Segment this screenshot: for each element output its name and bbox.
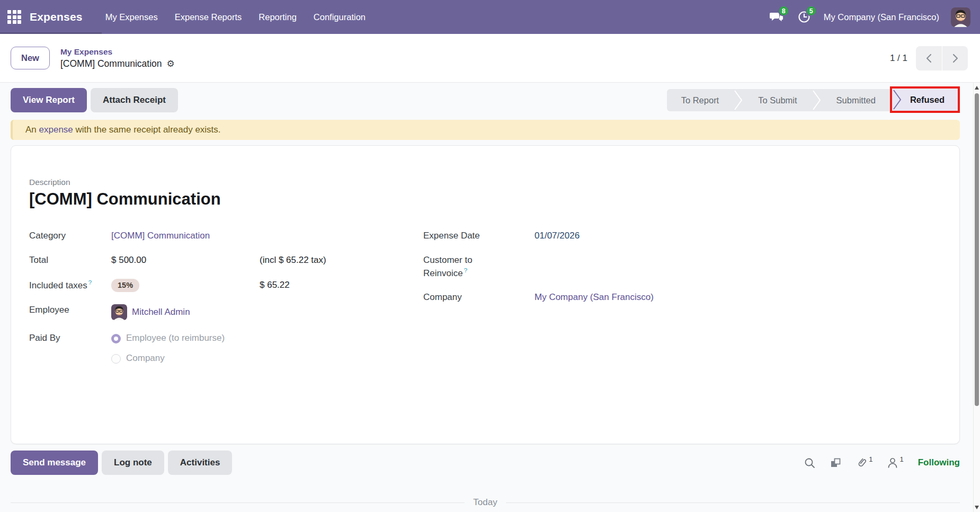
employee-label: Employee [29,303,111,320]
activities-button-chatter[interactable]: Activities [168,451,233,475]
activities-badge: 5 [806,5,817,16]
follower-person-icon [887,457,898,469]
expense-date-value[interactable]: 01/07/2026 [534,229,941,242]
warning-text: An [25,125,39,135]
customer-to-reinvoice-value[interactable] [534,253,941,280]
breadcrumb: My Expenses [COMM] Communication ⚙ [60,47,175,69]
stage-separator [733,89,744,111]
paid-by-option-employee-label: Employee (to reimburse) [126,332,225,345]
customer-help-icon[interactable]: ? [464,267,467,273]
stage-separator [812,89,822,111]
gear-icon[interactable]: ⚙ [167,59,175,68]
tax-amount: $ 65.22 [260,279,395,292]
company-label: Company [423,290,534,304]
chevron-right-icon [951,54,959,63]
paid-by-radio-group: Employee (to reimburse) Company [111,331,395,365]
included-taxes-label-text: Included taxes [29,280,87,290]
total-value[interactable]: $ 500.00 [111,254,260,267]
category-value-link[interactable]: [COMM] Communication [111,231,210,241]
followers-button[interactable]: 1 [887,457,903,469]
statusbar: To Report To Submit Submitted Refused [667,88,960,112]
warning-text: with the same receipt already exists. [73,125,221,135]
today-divider: Today [11,497,960,508]
log-note-button[interactable]: Log note [102,451,164,475]
customer-to-reinvoice-label-text: Customer to Reinvoice [423,255,473,278]
customer-to-reinvoice-label: Customer to Reinvoice? [423,253,492,280]
company-value-link[interactable]: My Company (San Francisco) [534,292,654,302]
pager-previous-button[interactable] [916,46,942,70]
view-report-button[interactable]: View Report [11,88,87,112]
expense-date-label: Expense Date [423,229,534,242]
stage-submitted[interactable]: Submitted [822,89,890,111]
menu-configuration[interactable]: Configuration [307,7,372,27]
scrollbar-thumb[interactable] [975,93,979,406]
vertical-scrollbar[interactable] [973,83,980,512]
following-toggle[interactable]: Following [918,457,960,468]
total-incl-tax: (incl $ 65.22 tax) [260,254,395,267]
chatter-toolbar: Send message Log note Activities 1 [11,451,960,475]
description-label: Description [29,178,941,187]
overlapping-squares-icon [830,457,842,469]
paid-by-option-company[interactable]: Company [111,352,395,365]
attachments-button[interactable]: 1 [856,457,872,469]
menu-expense-reports[interactable]: Expense Reports [168,7,249,27]
chevron-left-icon [925,54,933,63]
new-button[interactable]: New [11,47,50,69]
expense-link[interactable]: expense [39,125,73,135]
today-label: Today [473,497,497,508]
menu-reporting[interactable]: Reporting [252,7,304,27]
expense-title[interactable]: [COMM] Communication [29,190,941,209]
duplicate-receipt-warning: An expense with the same receipt already… [11,120,960,140]
search-messages-button[interactable] [804,457,815,469]
category-label: Category [29,229,111,242]
search-icon [804,457,815,469]
form-view: View Report Attach Receipt To Report To … [0,83,980,512]
included-taxes-help-icon[interactable]: ? [88,279,92,286]
followers-count: 1 [899,455,903,463]
stage-to-report[interactable]: To Report [667,89,734,111]
expense-sheet: Description [COMM] Communication Categor… [11,145,960,444]
tax-tag: 15% [111,279,139,293]
scroll-up-arrow[interactable] [974,84,980,91]
breadcrumb-parent-link[interactable]: My Expenses [60,47,175,57]
paid-by-label: Paid By [29,331,111,365]
menu-my-expenses[interactable]: My Expenses [99,7,165,27]
apps-menu-icon[interactable] [7,10,21,24]
radio-unchecked-icon[interactable] [111,354,121,364]
messages-button[interactable]: 8 [769,9,785,25]
scroll-down-arrow[interactable] [974,504,980,511]
radio-checked-icon[interactable] [111,334,121,343]
messages-badge: 8 [778,5,789,16]
stage-to-submit[interactable]: To Submit [744,89,811,111]
expand-panel-button[interactable] [830,457,842,469]
company-switcher[interactable]: My Company (San Francisco) [824,12,939,22]
total-label: Total [29,253,111,267]
paid-by-option-company-label: Company [126,352,165,365]
employee-avatar [111,304,127,320]
attach-receipt-button[interactable]: Attach Receipt [91,88,178,112]
pager-next-button[interactable] [942,46,968,70]
employee-value-link[interactable]: Mitchell Admin [132,306,190,319]
app-title[interactable]: Expenses [30,11,83,23]
control-panel: New My Expenses [COMM] Communication ⚙ 1… [0,34,980,83]
activities-button[interactable]: 5 [796,9,812,25]
pager-count[interactable]: 1 / 1 [890,53,907,64]
top-navbar: Expenses My Expenses Expense Reports Rep… [0,0,980,34]
stage-separator [892,89,903,111]
included-taxes-label: Included taxes? [29,278,111,293]
user-avatar[interactable] [951,7,970,27]
stage-refused[interactable]: Refused [903,89,958,111]
paperclip-icon [854,455,870,471]
paid-by-option-employee[interactable]: Employee (to reimburse) [111,332,395,345]
pager: 1 / 1 [890,46,968,70]
send-message-button[interactable]: Send message [11,451,98,475]
refused-annotation-box: Refused [890,86,960,113]
main-menu: My Expenses Expense Reports Reporting Co… [99,7,372,27]
breadcrumb-current: [COMM] Communication [60,58,162,69]
action-row: View Report Attach Receipt To Report To … [11,88,960,112]
